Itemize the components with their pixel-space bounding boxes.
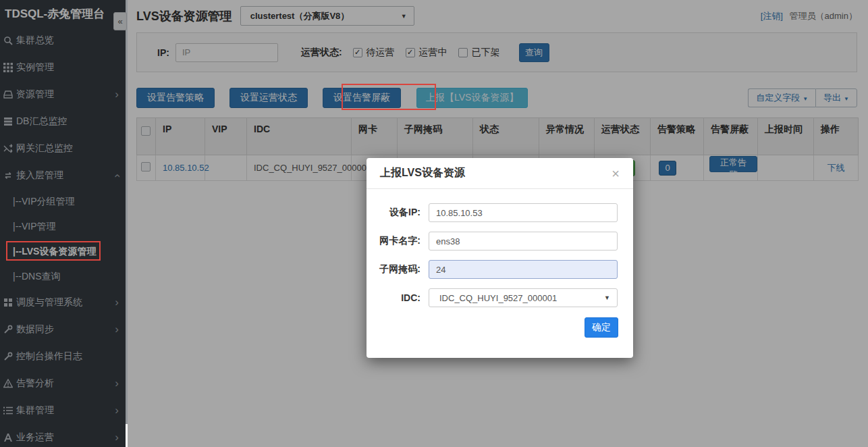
idc-select[interactable]: IDC_CQ_HUYI_9527_000001 ▼ — [429, 288, 618, 307]
sidebar-scrollbar-thumb[interactable] — [126, 424, 128, 447]
nic-name-row: 网卡名字: — [373, 232, 618, 251]
confirm-button[interactable]: 确定 — [585, 317, 618, 338]
nic-name-field[interactable] — [429, 232, 618, 251]
idc-label: IDC: — [373, 292, 421, 303]
chevron-down-icon: ▼ — [604, 294, 610, 301]
netmask-label: 子网掩码: — [373, 263, 421, 275]
idc-select-value: IDC_CQ_HUYI_9527_000001 — [439, 293, 557, 303]
netmask-field[interactable] — [429, 260, 618, 279]
modal-title: 上报LVS设备资源 — [380, 166, 465, 180]
device-ip-row: 设备IP: — [373, 203, 618, 222]
device-ip-field[interactable] — [429, 203, 618, 222]
close-icon[interactable]: × — [612, 167, 620, 180]
report-lvs-modal: 上报LVS设备资源 × 设备IP: 网卡名字: 子网掩码: IDC: IDC_C… — [367, 158, 633, 358]
modal-header: 上报LVS设备资源 × — [367, 158, 633, 189]
modal-footer: 确定 — [367, 317, 618, 338]
nic-name-label: 网卡名字: — [373, 235, 421, 247]
device-ip-label: 设备IP: — [373, 207, 421, 219]
netmask-row: 子网掩码: — [373, 260, 618, 279]
idc-row: IDC: IDC_CQ_HUYI_9527_000001 ▼ — [373, 288, 618, 307]
